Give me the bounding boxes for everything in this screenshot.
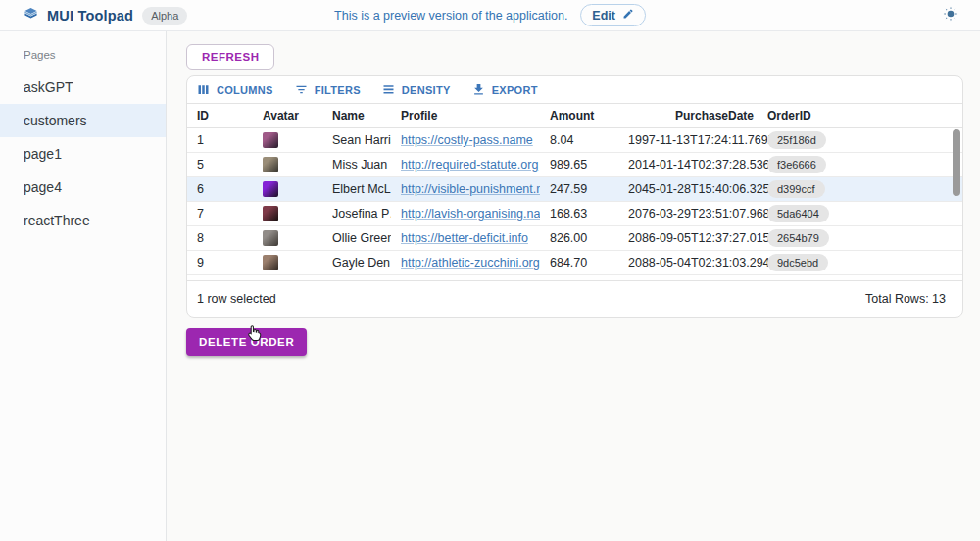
cell-purchase-date: 2086-09-05T12:37:27.015Z: [628, 231, 758, 245]
cell-profile: https://better-deficit.info: [391, 231, 540, 245]
sidebar-item-page1[interactable]: page1: [0, 137, 166, 171]
table-row[interactable]: 8 Ollie Green… https://better-deficit.in…: [187, 226, 962, 251]
edit-button[interactable]: Edit: [580, 4, 646, 26]
cell-id: 5: [187, 158, 253, 172]
sidebar-item-reactThree[interactable]: reactThree: [0, 204, 166, 237]
sidebar-item-customers[interactable]: customers: [0, 104, 166, 137]
cell-id: 7: [187, 207, 253, 221]
table-row[interactable]: 6 Elbert McL… http://visible-punishment.…: [187, 177, 962, 202]
cell-purchase-date: 2076-03-29T23:51:07.968Z: [628, 207, 758, 221]
column-header-profile[interactable]: Profile: [391, 109, 540, 123]
preview-banner-text: This is a preview version of the applica…: [334, 9, 567, 23]
cell-amount: 247.59: [540, 182, 628, 196]
cell-profile: http://required-statute.org: [391, 158, 540, 172]
sidebar-item-askGPT[interactable]: askGPT: [0, 71, 166, 104]
order-id-chip: 9dc5ebd: [767, 254, 828, 271]
sidebar-section-label: Pages: [24, 49, 166, 61]
cell-id: 8: [187, 231, 253, 245]
profile-link[interactable]: http://lavish-organising.name: [401, 207, 540, 221]
cell-order-id: 5da6404: [758, 205, 885, 222]
refresh-button[interactable]: REFRESH: [186, 44, 274, 70]
cell-amount: 168.63: [540, 207, 628, 221]
sidebar-item-page4[interactable]: page4: [0, 171, 166, 204]
cell-profile: http://athletic-zucchini.org: [391, 256, 540, 270]
order-id-chip: d399ccf: [767, 180, 825, 198]
selection-status: 1 row selected: [197, 292, 276, 306]
toolpad-layers-icon: [24, 6, 38, 25]
cell-avatar: [253, 230, 322, 246]
theme-toggle-button[interactable]: [943, 6, 958, 25]
column-header-purchasedate[interactable]: PurchaseDate: [628, 109, 758, 123]
cell-name: Josefina P…: [322, 207, 391, 221]
cell-purchase-date: 1997-11-13T17:24:11.769Z: [628, 133, 758, 147]
grid-rows: 1 Sean Harris https://costly-pass.name 8…: [187, 128, 962, 275]
density-button-label: DENSITY: [402, 84, 451, 96]
cell-amount: 8.04: [540, 133, 628, 147]
sidebar: Pages askGPT customers page1 page4 react…: [0, 31, 167, 541]
cell-profile: https://costly-pass.name: [391, 133, 540, 147]
app-title: MUI Toolpad: [47, 8, 133, 24]
filters-button-label: FILTERS: [315, 84, 361, 96]
avatar: [263, 157, 278, 172]
sidebar-item-label: customers: [24, 113, 87, 128]
delete-order-button[interactable]: DELETE ORDER: [186, 328, 307, 356]
column-header-amount[interactable]: Amount: [540, 109, 628, 123]
profile-link[interactable]: https://better-deficit.info: [401, 231, 528, 245]
order-id-chip: 25f186d: [767, 131, 826, 149]
cell-amount: 826.00: [540, 231, 628, 245]
pencil-icon: [622, 8, 634, 23]
sidebar-nav: askGPT customers page1 page4 reactThree: [0, 71, 166, 237]
profile-link[interactable]: https://costly-pass.name: [401, 133, 533, 147]
profile-link[interactable]: http://visible-punishment.net: [401, 182, 540, 196]
grid-footer: 1 row selected Total Rows: 13: [187, 280, 962, 317]
filters-button[interactable]: FILTERS: [294, 82, 361, 97]
cell-name: Sean Harris: [322, 133, 391, 147]
density-button[interactable]: DENSITY: [381, 82, 451, 97]
table-row[interactable]: 7 Josefina P… http://lavish-organising.n…: [187, 202, 962, 226]
cell-id: 1: [187, 133, 253, 147]
export-button[interactable]: EXPORT: [471, 82, 538, 97]
cell-name: Elbert McL…: [322, 182, 391, 196]
edit-button-label: Edit: [592, 9, 615, 23]
cell-amount: 989.65: [540, 158, 628, 172]
profile-link[interactable]: http://required-statute.org: [401, 158, 538, 172]
table-row[interactable]: 1 Sean Harris https://costly-pass.name 8…: [187, 128, 962, 153]
view-column-icon: [196, 82, 211, 97]
cell-purchase-date: 2014-01-14T02:37:28.536Z: [628, 158, 758, 172]
app-bar: MUI Toolpad Alpha This is a preview vers…: [0, 0, 980, 31]
sidebar-item-label: reactThree: [24, 213, 90, 228]
scrollbar-thumb[interactable]: [953, 129, 960, 196]
sidebar-item-label: askGPT: [24, 79, 74, 95]
avatar: [263, 132, 278, 148]
vertical-scrollbar[interactable]: [953, 129, 960, 274]
columns-button[interactable]: COLUMNS: [196, 82, 273, 97]
cell-avatar: [253, 181, 322, 197]
data-grid: COLUMNS FILTERS DE: [186, 75, 963, 318]
cell-name: Miss Juan …: [322, 158, 391, 172]
order-id-chip: f3e6666: [767, 156, 826, 173]
cell-id: 6: [187, 182, 253, 196]
order-id-chip: 5da6404: [767, 205, 829, 222]
avatar: [263, 230, 278, 246]
grid-header-row: ID Avatar Name Profile Amount PurchaseDa…: [187, 103, 962, 128]
table-row[interactable]: 9 Gayle Den… http://athletic-zucchini.or…: [187, 251, 962, 275]
column-header-id[interactable]: ID: [187, 109, 253, 123]
cell-name: Gayle Den…: [322, 256, 391, 270]
cell-avatar: [253, 206, 322, 221]
cell-order-id: 2654b79: [758, 229, 885, 247]
cell-purchase-date: 2045-01-28T15:40:06.325Z: [628, 182, 758, 196]
filter-icon: [294, 82, 309, 97]
cell-order-id: f3e6666: [758, 156, 885, 173]
grid-toolbar: COLUMNS FILTERS DE: [187, 76, 962, 103]
column-header-orderid[interactable]: OrderID: [758, 109, 885, 123]
profile-link[interactable]: http://athletic-zucchini.org: [401, 256, 540, 270]
column-header-name[interactable]: Name: [322, 109, 391, 123]
cell-order-id: 25f186d: [758, 131, 885, 149]
density-icon: [381, 82, 396, 97]
cell-order-id: 9dc5ebd: [758, 254, 885, 271]
main-content: REFRESH COLUMNS: [167, 31, 980, 541]
brand: MUI Toolpad Alpha: [0, 6, 187, 25]
table-row[interactable]: 5 Miss Juan … http://required-statute.or…: [187, 153, 962, 177]
columns-button-label: COLUMNS: [217, 84, 273, 96]
column-header-avatar[interactable]: Avatar: [253, 109, 322, 123]
